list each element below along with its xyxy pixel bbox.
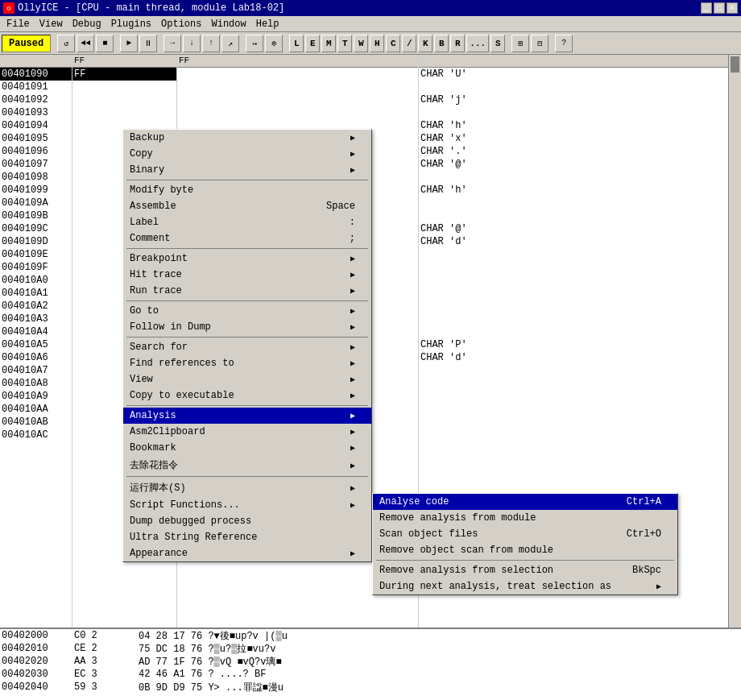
- ctx-goto[interactable]: Go to ▶: [123, 303, 371, 319]
- toolbar-K[interactable]: K: [418, 35, 433, 52]
- addr-row[interactable]: 004010AC: [0, 429, 72, 441]
- main-scrollbar[interactable]: [728, 55, 741, 628]
- ctx-assemble[interactable]: Assemble Space: [123, 198, 371, 214]
- ctx-copy-exec[interactable]: Copy to executable ▶: [123, 387, 371, 404]
- ctx-search-for[interactable]: Search for ▶: [123, 339, 371, 355]
- ctx-script-func[interactable]: Script Functions... ▶: [123, 497, 371, 513]
- addr-row[interactable]: 0040109D: [0, 235, 72, 248]
- toolbar-M[interactable]: M: [321, 35, 336, 52]
- ctx-flower[interactable]: 去除花指令 ▶: [123, 456, 371, 474]
- dump-row[interactable]: 00402020 AA 3 AD 77 1F 76 ?▒vQ ■vQ?v璃■: [0, 655, 741, 668]
- addr-row[interactable]: 004010A5: [0, 338, 72, 351]
- ctx-hit-trace[interactable]: Hit trace ▶: [123, 267, 371, 283]
- addr-row[interactable]: 004010A6: [0, 351, 72, 364]
- menu-item-view[interactable]: View: [35, 17, 68, 31]
- ctx-ultra-string[interactable]: Ultra String Reference: [123, 529, 371, 545]
- addr-row[interactable]: 00401098: [0, 171, 72, 184]
- close-button[interactable]: ×: [727, 2, 738, 14]
- ctx-copy[interactable]: Copy ▶: [123, 146, 371, 162]
- toolbar-R[interactable]: R: [450, 35, 465, 52]
- toolbar-step1[interactable]: →: [164, 35, 181, 52]
- menu-item-options[interactable]: Options: [156, 17, 206, 31]
- ctx-run-trace[interactable]: Run trace ▶: [123, 283, 371, 299]
- addr-row[interactable]: 00401094: [0, 119, 72, 132]
- toolbar-pause[interactable]: ⏸: [139, 35, 157, 52]
- addr-row[interactable]: 004010A0: [0, 274, 72, 287]
- hex-row[interactable]: [72, 81, 176, 93]
- addr-row-selected[interactable]: 00401090: [0, 68, 72, 81]
- addr-row[interactable]: 0040109F: [0, 261, 72, 274]
- toolbar-L[interactable]: L: [289, 35, 304, 52]
- toolbar-trace1[interactable]: ↣: [246, 35, 263, 52]
- addr-row[interactable]: 004010A9: [0, 390, 72, 403]
- dump-row[interactable]: 00402030 EC 3 42 46 A1 76 ? ....? BF: [0, 668, 741, 681]
- sub-treat-selection[interactable]: During next analysis, treat selection as…: [373, 578, 677, 594]
- addr-row[interactable]: 00401099: [0, 184, 72, 197]
- hex-row[interactable]: FF: [72, 68, 176, 81]
- sub-remove-object-scan[interactable]: Remove object scan from module: [373, 542, 677, 558]
- ctx-analysis[interactable]: Analysis ▶: [123, 408, 371, 424]
- ctx-run-script[interactable]: 运行脚本(S) ▶: [123, 478, 371, 497]
- ctx-appearance[interactable]: Appearance ▶: [123, 545, 371, 561]
- toolbar-grid2[interactable]: ⊟: [531, 35, 549, 52]
- sub-remove-analysis-sel[interactable]: Remove analysis from selection BkSpc: [373, 562, 677, 578]
- addr-row[interactable]: 0040109A: [0, 197, 72, 209]
- toolbar-play[interactable]: ►: [120, 35, 138, 52]
- menu-item-plugins[interactable]: Plugins: [106, 17, 156, 31]
- ctx-find-refs[interactable]: Find references to ▶: [123, 355, 371, 371]
- ctx-bookmark[interactable]: Bookmark ▶: [123, 440, 371, 456]
- addr-row[interactable]: 00401096: [0, 145, 72, 158]
- toolbar-help[interactable]: ?: [555, 35, 573, 52]
- ctx-follow-dump[interactable]: Follow in Dump ▶: [123, 319, 371, 335]
- maximize-button[interactable]: □: [714, 2, 725, 14]
- toolbar-step2[interactable]: ↓: [183, 35, 201, 52]
- toolbar-E[interactable]: E: [305, 35, 320, 52]
- toolbar-W[interactable]: W: [354, 35, 368, 52]
- addr-row[interactable]: 004010A8: [0, 377, 72, 390]
- toolbar-step3[interactable]: ↑: [202, 35, 220, 52]
- toolbar-T[interactable]: T: [337, 35, 352, 52]
- addr-row[interactable]: 00401097: [0, 158, 72, 171]
- addr-row[interactable]: 004010A1: [0, 287, 72, 300]
- toolbar-C[interactable]: C: [386, 35, 400, 52]
- toolbar-back[interactable]: ◄◄: [77, 35, 94, 52]
- ctx-label[interactable]: Label :: [123, 214, 371, 230]
- hex-row[interactable]: [72, 106, 176, 119]
- sub-remove-analysis-module[interactable]: Remove analysis from module: [373, 510, 677, 526]
- dump-row[interactable]: 00402000 C0 2 04 28 17 76 ?▼後■up?v |(▒u: [0, 629, 741, 642]
- toolbar-B[interactable]: B: [434, 35, 449, 52]
- minimize-button[interactable]: _: [701, 2, 712, 14]
- scrollbar-thumb[interactable]: [731, 56, 739, 72]
- menu-item-debug[interactable]: Debug: [68, 17, 106, 31]
- addr-row[interactable]: 00401095: [0, 132, 72, 145]
- addr-row[interactable]: 0040109B: [0, 209, 72, 222]
- sub-scan-objects[interactable]: Scan object files Ctrl+O: [373, 526, 677, 542]
- toolbar-trace2[interactable]: ⊕: [265, 35, 283, 52]
- toolbar-slash[interactable]: /: [402, 35, 416, 52]
- addr-row[interactable]: 00401092: [0, 93, 72, 106]
- addr-row[interactable]: 004010AB: [0, 416, 72, 429]
- toolbar-H[interactable]: H: [370, 35, 384, 52]
- ctx-asm2clip[interactable]: Asm2Clipboard ▶: [123, 424, 371, 440]
- addr-row[interactable]: 004010A7: [0, 364, 72, 377]
- addr-row[interactable]: 0040109E: [0, 248, 72, 261]
- ctx-modify-byte[interactable]: Modify byte: [123, 182, 371, 198]
- ctx-dump-debugged[interactable]: Dump debugged process: [123, 513, 371, 529]
- dump-row[interactable]: 00402010 CE 2 75 DC 18 76 ?▒u?▒拉■vu?v: [0, 642, 741, 655]
- toolbar-stop[interactable]: ■: [96, 35, 114, 52]
- menu-item-window[interactable]: Window: [206, 17, 250, 31]
- addr-row[interactable]: 0040109C: [0, 222, 72, 235]
- ctx-comment[interactable]: Comment ;: [123, 230, 371, 246]
- addr-row[interactable]: 004010A4: [0, 325, 72, 338]
- addr-row[interactable]: 004010A3: [0, 313, 72, 325]
- ctx-view[interactable]: View ▶: [123, 371, 371, 387]
- addr-row[interactable]: 004010A2: [0, 300, 72, 313]
- hex-row[interactable]: [72, 93, 176, 106]
- ctx-backup[interactable]: Backup ▶: [123, 130, 371, 146]
- addr-row[interactable]: 004010AA: [0, 403, 72, 416]
- addr-row[interactable]: 00401093: [0, 106, 72, 119]
- toolbar-S[interactable]: S: [491, 35, 505, 52]
- menu-item-help[interactable]: Help: [251, 17, 284, 31]
- ctx-breakpoint[interactable]: Breakpoint ▶: [123, 251, 371, 267]
- dump-row[interactable]: 00402040 59 3 0B 9D D9 75 Y> ...罪諡■漫u: [0, 681, 741, 694]
